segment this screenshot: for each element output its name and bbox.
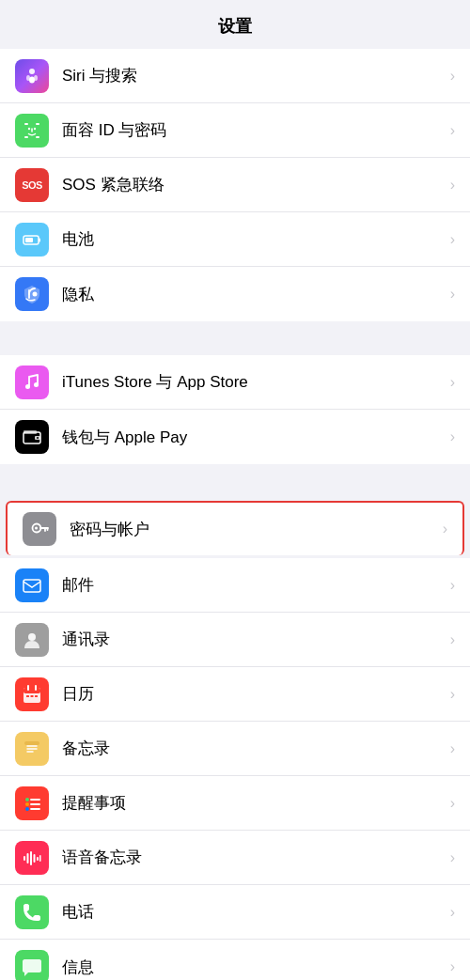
svg-rect-50 bbox=[37, 857, 39, 861]
sos-icon: SOS bbox=[22, 179, 42, 191]
chevron-icon: › bbox=[450, 958, 455, 975]
calendar-icon-bg bbox=[15, 677, 49, 711]
siri-icon bbox=[22, 66, 42, 86]
svg-rect-51 bbox=[39, 855, 41, 862]
wallet-icon-bg bbox=[15, 420, 49, 454]
key-icon bbox=[29, 519, 50, 539]
messages-icon bbox=[22, 957, 42, 977]
passwords-icon-bg bbox=[23, 512, 56, 546]
svg-rect-7 bbox=[36, 136, 39, 138]
row-wallet[interactable]: 钱包与 Apple Pay › bbox=[0, 410, 470, 464]
voice-icon-bg bbox=[15, 841, 49, 875]
reminders-label: 提醒事项 bbox=[62, 792, 443, 814]
chevron-icon: › bbox=[450, 686, 455, 703]
chevron-icon: › bbox=[450, 68, 455, 85]
row-mail[interactable]: 邮件 › bbox=[0, 558, 470, 613]
battery-label: 电池 bbox=[62, 228, 443, 250]
row-itunes[interactable]: iTunes Store 与 App Store › bbox=[0, 355, 470, 410]
svg-point-9 bbox=[34, 127, 36, 129]
chevron-icon: › bbox=[450, 177, 455, 194]
svg-point-14 bbox=[33, 292, 38, 297]
chevron-icon: › bbox=[450, 231, 455, 248]
notes-icon-bg bbox=[15, 732, 49, 766]
messages-label: 信息 bbox=[62, 957, 443, 978]
settings-group-3: 密码与帐户 › 邮件 › 通讯录 › bbox=[0, 498, 470, 980]
svg-rect-5 bbox=[36, 123, 39, 125]
svg-point-40 bbox=[25, 798, 29, 801]
chevron-icon: › bbox=[450, 374, 455, 391]
row-notes[interactable]: 备忘录 › bbox=[0, 722, 470, 776]
battery-icon bbox=[22, 229, 42, 250]
reminders-icon-bg bbox=[15, 786, 49, 820]
notes-icon bbox=[22, 739, 42, 759]
row-siri[interactable]: Siri 与搜索 › bbox=[0, 49, 470, 103]
calendar-label: 日历 bbox=[62, 683, 443, 705]
mail-icon-bg bbox=[15, 568, 49, 602]
row-phone[interactable]: 电话 › bbox=[0, 885, 470, 940]
row-voice[interactable]: 语音备忘录 › bbox=[0, 831, 470, 885]
voice-label: 语音备忘录 bbox=[62, 847, 443, 868]
row-contacts[interactable]: 通讯录 › bbox=[0, 613, 470, 667]
sos-icon-bg: SOS bbox=[15, 168, 49, 202]
chevron-icon: › bbox=[450, 428, 455, 445]
chevron-icon: › bbox=[450, 849, 455, 866]
svg-rect-13 bbox=[25, 238, 33, 242]
svg-point-20 bbox=[37, 437, 39, 439]
row-privacy[interactable]: 隐私 › bbox=[0, 267, 470, 321]
sos-label: SOS 紧急联络 bbox=[62, 174, 443, 195]
wallet-icon bbox=[22, 427, 42, 447]
chevron-icon: › bbox=[450, 740, 455, 757]
chevron-icon: › bbox=[443, 521, 447, 537]
faceid-label: 面容 ID 与密码 bbox=[62, 119, 443, 141]
row-sos[interactable]: SOS SOS 紧急联络 › bbox=[0, 158, 470, 212]
contacts-label: 通讯录 bbox=[62, 629, 443, 650]
svg-point-0 bbox=[29, 69, 35, 74]
row-battery[interactable]: 电池 › bbox=[0, 212, 470, 267]
passwords-label: 密码与帐户 bbox=[70, 519, 435, 540]
chevron-icon: › bbox=[450, 577, 455, 594]
reminders-icon bbox=[22, 793, 42, 814]
siri-icon-bg bbox=[15, 59, 49, 93]
phone-icon bbox=[22, 902, 42, 923]
messages-icon-bg bbox=[15, 950, 49, 980]
svg-rect-18 bbox=[24, 430, 37, 434]
settings-group-1: Siri 与搜索 › 面容 ID 与密码 › SOS SOS 紧急联络 › bbox=[0, 49, 470, 321]
svg-rect-33 bbox=[31, 695, 34, 697]
svg-point-41 bbox=[25, 802, 29, 806]
chevron-icon: › bbox=[450, 904, 455, 921]
row-faceid[interactable]: 面容 ID 与密码 › bbox=[0, 103, 470, 158]
phone-label: 电话 bbox=[62, 901, 443, 923]
svg-rect-48 bbox=[30, 851, 32, 865]
battery-icon-bg bbox=[15, 223, 49, 257]
svg-rect-34 bbox=[35, 695, 38, 697]
calendar-icon bbox=[22, 684, 42, 705]
svg-point-42 bbox=[25, 807, 29, 811]
siri-label: Siri 与搜索 bbox=[62, 65, 443, 86]
faceid-icon bbox=[22, 120, 42, 141]
settings-group-2: iTunes Store 与 App Store › 钱包与 Apple Pay… bbox=[0, 355, 470, 464]
voice-icon bbox=[22, 848, 42, 868]
svg-rect-49 bbox=[34, 854, 36, 863]
svg-rect-29 bbox=[24, 688, 40, 693]
privacy-label: 隐私 bbox=[62, 284, 443, 305]
svg-rect-6 bbox=[24, 136, 28, 138]
row-calendar[interactable]: 日历 › bbox=[0, 667, 470, 722]
chevron-icon: › bbox=[450, 122, 455, 139]
notes-label: 备忘录 bbox=[62, 738, 443, 759]
chevron-icon: › bbox=[450, 795, 455, 812]
mail-label: 邮件 bbox=[62, 574, 443, 596]
chevron-icon: › bbox=[450, 631, 455, 648]
svg-rect-12 bbox=[39, 238, 40, 241]
faceid-icon-bg bbox=[15, 114, 49, 148]
row-messages[interactable]: 信息 › bbox=[0, 940, 470, 980]
svg-point-3 bbox=[29, 76, 35, 83]
svg-rect-39 bbox=[24, 741, 39, 745]
phone-icon-bg bbox=[15, 895, 49, 929]
wallet-label: 钱包与 Apple Pay bbox=[62, 427, 443, 448]
row-passwords[interactable]: 密码与帐户 › bbox=[6, 501, 464, 555]
svg-rect-4 bbox=[24, 123, 28, 125]
svg-point-16 bbox=[34, 382, 39, 387]
svg-point-27 bbox=[28, 633, 36, 641]
row-reminders[interactable]: 提醒事项 › bbox=[0, 776, 470, 831]
page-title: 设置 bbox=[0, 0, 470, 49]
